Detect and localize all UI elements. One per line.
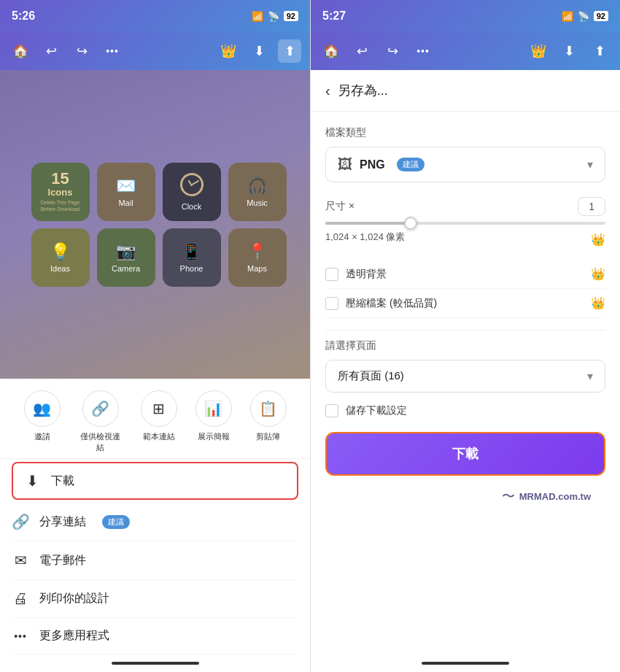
clock-face	[180, 173, 204, 196]
file-type-icon: 🖼	[338, 156, 352, 173]
transparent-bg-checkbox[interactable]	[325, 268, 338, 281]
page-select-label: 請選擇頁面	[325, 339, 605, 352]
music-icon-cell: 🎧 Music	[228, 163, 287, 221]
share-link-menu-item[interactable]: 🔗 分享連結 建議	[12, 503, 298, 541]
print-menu-item[interactable]: 🖨 列印你的設計	[12, 580, 298, 618]
clipboard-action[interactable]: 📋 剪貼簿	[250, 390, 287, 452]
mrmad-footer: 〜 MRMAD.com.tw	[325, 487, 605, 520]
download-menu-icon: ⬇	[23, 472, 41, 490]
phone-icon-cell: 📱 Phone	[163, 228, 221, 287]
maps-icon-cell: 📍 Maps	[228, 228, 287, 287]
more-apps-icon: •••	[12, 630, 29, 642]
right-status-right: 📶 📡 92	[562, 11, 608, 22]
more-button[interactable]: •••	[101, 39, 124, 63]
compress-file-checkbox[interactable]	[325, 297, 338, 310]
transparent-bg-left: 透明背景	[325, 268, 387, 281]
signal-icon: 📶	[252, 11, 263, 22]
file-type-name: PNG	[360, 158, 385, 171]
mrmad-logo-icon: 〜	[502, 487, 515, 505]
recommend-badge: 建議	[102, 515, 130, 529]
slider-thumb[interactable]	[404, 217, 417, 230]
transparent-bg-text: 透明背景	[346, 268, 387, 281]
view-link-action[interactable]: 🔗 僅供檢視連結	[79, 390, 123, 452]
compress-crown-icon: 👑	[591, 296, 605, 310]
download-toolbar-button[interactable]: ⬇	[247, 39, 271, 63]
file-type-select[interactable]: 🖼 PNG 建議 ▾	[325, 147, 605, 182]
action-icons-row: 👥 邀請 🔗 僅供檢視連結 ⊞ 範本連結 📊 展示簡報 📋 剪貼簿	[0, 379, 310, 459]
transparent-crown-icon: 👑	[591, 267, 605, 281]
page-dropdown[interactable]: 所有頁面 (16) ▾	[325, 360, 605, 393]
left-time: 5:26	[12, 9, 35, 23]
transparent-bg-row: 透明背景 👑	[325, 260, 605, 289]
template-link-action[interactable]: ⊞ 範本連結	[141, 390, 177, 452]
back-button[interactable]: ‹	[325, 82, 330, 99]
left-home-indicator	[0, 654, 310, 672]
right-home-button[interactable]: 🏠	[319, 39, 343, 63]
right-more-button[interactable]: •••	[411, 39, 435, 63]
file-type-badge: 建議	[397, 158, 425, 171]
home-button[interactable]: 🏠	[9, 39, 32, 63]
right-status-bar: 5:27 📶 📡 92	[311, 0, 620, 32]
print-icon: 🖨	[12, 590, 29, 607]
compress-file-text: 壓縮檔案 (較低品質)	[346, 297, 437, 310]
right-toolbar: 🏠 ↩ ↪ ••• 👑 ⬇ ⬆	[311, 32, 620, 70]
save-as-header: ‹ 另存為...	[311, 70, 620, 112]
email-icon: ✉	[12, 552, 29, 569]
left-status-right: 📶 📡 92	[252, 11, 298, 22]
clipboard-icon-circle: 📋	[250, 390, 287, 427]
pixels-text: 1,024 × 1,024 像素	[325, 231, 406, 244]
download-button[interactable]: 下載	[325, 432, 605, 476]
camera-icon-cell: 📷 Camera	[97, 228, 155, 287]
share-link-icon: 🔗	[12, 513, 29, 530]
download-menu-item[interactable]: ⬇ 下載	[12, 462, 298, 500]
pixels-crown-icon: 👑	[591, 233, 605, 247]
mail-icon-cell: ✉️ Mail	[97, 163, 155, 221]
redo-button[interactable]: ↪	[70, 39, 93, 63]
invite-icon-circle: 👥	[24, 390, 61, 427]
presentation-action[interactable]: 📊 展示簡報	[195, 390, 232, 452]
icons-header-cell: 15 Icons Delete This PageBefore Download	[31, 163, 90, 221]
mrmad-logo-text: MRMAD.com.tw	[519, 491, 591, 502]
right-time: 5:27	[322, 9, 346, 23]
page-dropdown-arrow: ▾	[587, 369, 593, 383]
slider-fill	[325, 222, 409, 225]
right-redo-button[interactable]: ↪	[381, 39, 404, 63]
invite-action[interactable]: 👥 邀請	[24, 390, 61, 452]
left-status-bar: 5:26 📶 📡 92	[0, 0, 310, 32]
clock-hour-hand	[187, 179, 192, 186]
right-home-indicator	[311, 654, 620, 672]
left-toolbar: 🏠 ↩ ↪ ••• 👑 ⬇ ⬆	[0, 32, 310, 70]
more-apps-menu-item[interactable]: ••• 更多應用程式	[12, 618, 298, 654]
slider-container[interactable]	[325, 222, 605, 225]
left-panel: 5:26 📶 📡 92 🏠 ↩ ↪ ••• 👑 ⬇ ⬆ 15 Icons Del…	[0, 0, 310, 672]
section-divider	[325, 330, 605, 331]
right-crown-button[interactable]: 👑	[527, 39, 550, 63]
size-value-box: 1	[578, 197, 605, 216]
left-indicator-bar	[112, 662, 199, 665]
undo-button[interactable]: ↩	[39, 39, 63, 63]
page-dropdown-text: 所有頁面 (16)	[338, 369, 404, 383]
ideas-icon-cell: 💡 Ideas	[31, 228, 90, 287]
view-link-icon-circle: 🔗	[82, 390, 119, 427]
save-as-title: 另存為...	[338, 82, 388, 99]
email-menu-item[interactable]: ✉ 電子郵件	[12, 541, 298, 580]
size-label: 尺寸 ×	[325, 200, 354, 213]
icon-grid: 15 Icons Delete This PageBefore Download…	[31, 163, 279, 287]
share-toolbar-button[interactable]: ⬆	[278, 39, 301, 63]
right-download-toolbar-button[interactable]: ⬇	[557, 39, 581, 63]
clock-icon-cell: Clock	[163, 163, 221, 221]
compress-file-row: 壓縮檔案 (較低品質) 👑	[325, 289, 605, 318]
right-battery: 92	[594, 11, 608, 21]
crown-button[interactable]: 👑	[217, 39, 240, 63]
menu-list: ⬇ 下載 🔗 分享連結 建議 ✉ 電子郵件 🖨 列印你的設計 ••• 更多應用程…	[0, 459, 310, 654]
right-undo-button[interactable]: ↩	[350, 39, 373, 63]
save-settings-checkbox[interactable]	[325, 404, 338, 417]
right-share-toolbar-button[interactable]: ⬆	[588, 39, 611, 63]
save-form: 檔案類型 🖼 PNG 建議 ▾ 尺寸 × 1 1,024 × 1,024 像素 …	[311, 112, 620, 654]
file-type-left: 🖼 PNG 建議	[338, 156, 425, 173]
size-row: 尺寸 × 1	[325, 197, 605, 216]
canvas-area: 15 Icons Delete This PageBefore Download…	[0, 70, 310, 379]
right-indicator-bar	[422, 662, 509, 665]
presentation-icon-circle: 📊	[195, 390, 232, 427]
template-link-icon-circle: ⊞	[141, 390, 177, 427]
